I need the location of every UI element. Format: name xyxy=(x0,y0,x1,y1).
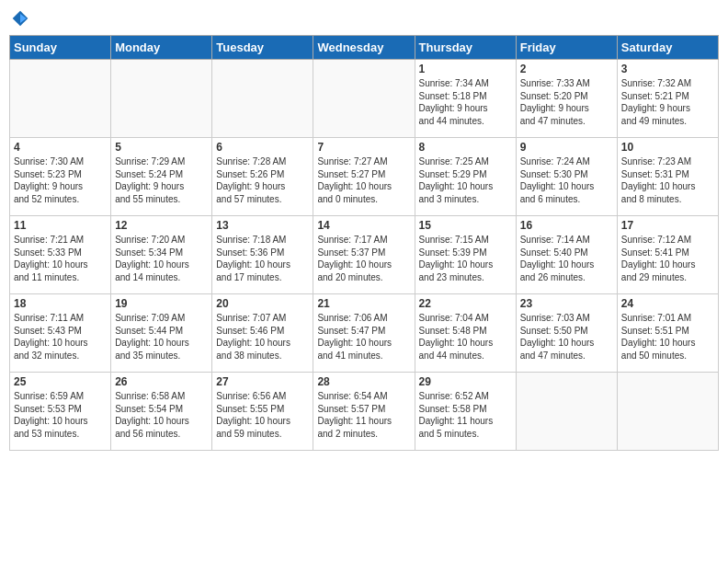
calendar-day-cell: 11Sunrise: 7:21 AM Sunset: 5:33 PM Dayli… xyxy=(10,216,111,294)
day-number: 6 xyxy=(216,141,309,154)
day-info: Sunrise: 7:21 AM Sunset: 5:33 PM Dayligh… xyxy=(14,234,107,283)
day-number: 28 xyxy=(317,375,410,388)
day-info: Sunrise: 7:15 AM Sunset: 5:39 PM Dayligh… xyxy=(419,234,512,283)
day-info: Sunrise: 6:52 AM Sunset: 5:58 PM Dayligh… xyxy=(419,390,512,440)
day-info: Sunrise: 7:18 AM Sunset: 5:36 PM Dayligh… xyxy=(216,234,309,283)
calendar-week-row: 1Sunrise: 7:34 AM Sunset: 5:18 PM Daylig… xyxy=(10,60,719,138)
day-info: Sunrise: 7:27 AM Sunset: 5:27 PM Dayligh… xyxy=(317,155,410,205)
calendar-day-cell: 20Sunrise: 7:07 AM Sunset: 5:46 PM Dayli… xyxy=(212,294,313,373)
calendar-day-cell: 18Sunrise: 7:11 AM Sunset: 5:43 PM Dayli… xyxy=(10,294,111,373)
calendar-day-cell xyxy=(617,373,718,451)
calendar-day-cell: 17Sunrise: 7:12 AM Sunset: 5:41 PM Dayli… xyxy=(617,216,718,294)
calendar-day-cell: 8Sunrise: 7:25 AM Sunset: 5:29 PM Daylig… xyxy=(415,138,516,216)
day-number: 15 xyxy=(419,219,512,232)
day-number: 27 xyxy=(216,375,309,388)
day-info: Sunrise: 7:32 AM Sunset: 5:21 PM Dayligh… xyxy=(621,77,714,127)
calendar-week-row: 11Sunrise: 7:21 AM Sunset: 5:33 PM Dayli… xyxy=(10,216,719,294)
calendar-day-cell: 15Sunrise: 7:15 AM Sunset: 5:39 PM Dayli… xyxy=(415,216,516,294)
calendar-day-cell: 7Sunrise: 7:27 AM Sunset: 5:27 PM Daylig… xyxy=(313,138,415,216)
weekday-header-saturday: Saturday xyxy=(617,36,718,60)
day-info: Sunrise: 7:11 AM Sunset: 5:43 PM Dayligh… xyxy=(14,312,107,362)
calendar-day-cell: 2Sunrise: 7:33 AM Sunset: 5:20 PM Daylig… xyxy=(516,60,617,138)
day-number: 18 xyxy=(14,297,107,310)
day-number: 22 xyxy=(419,297,512,310)
day-number: 7 xyxy=(317,141,410,154)
day-info: Sunrise: 6:56 AM Sunset: 5:55 PM Dayligh… xyxy=(216,390,309,440)
day-info: Sunrise: 7:33 AM Sunset: 5:20 PM Dayligh… xyxy=(520,77,613,127)
day-info: Sunrise: 7:07 AM Sunset: 5:46 PM Dayligh… xyxy=(216,312,309,362)
calendar-day-cell: 29Sunrise: 6:52 AM Sunset: 5:58 PM Dayli… xyxy=(415,373,516,451)
calendar-day-cell xyxy=(10,60,111,138)
calendar-day-cell: 1Sunrise: 7:34 AM Sunset: 5:18 PM Daylig… xyxy=(415,60,516,138)
weekday-header-sunday: Sunday xyxy=(10,36,111,60)
day-info: Sunrise: 6:58 AM Sunset: 5:54 PM Dayligh… xyxy=(115,390,208,440)
calendar-day-cell: 28Sunrise: 6:54 AM Sunset: 5:57 PM Dayli… xyxy=(313,373,415,451)
calendar-day-cell: 10Sunrise: 7:23 AM Sunset: 5:31 PM Dayli… xyxy=(617,138,718,216)
day-info: Sunrise: 7:01 AM Sunset: 5:51 PM Dayligh… xyxy=(621,312,714,362)
calendar-day-cell xyxy=(212,60,313,138)
logo xyxy=(9,9,29,28)
weekday-header-monday: Monday xyxy=(111,36,212,60)
day-info: Sunrise: 7:14 AM Sunset: 5:40 PM Dayligh… xyxy=(520,234,613,283)
day-number: 21 xyxy=(317,297,410,310)
calendar-week-row: 18Sunrise: 7:11 AM Sunset: 5:43 PM Dayli… xyxy=(10,294,719,373)
calendar-day-cell: 9Sunrise: 7:24 AM Sunset: 5:30 PM Daylig… xyxy=(516,138,617,216)
day-number: 5 xyxy=(115,141,208,154)
day-number: 12 xyxy=(115,219,208,232)
calendar-day-cell: 21Sunrise: 7:06 AM Sunset: 5:47 PM Dayli… xyxy=(313,294,415,373)
calendar-day-cell: 23Sunrise: 7:03 AM Sunset: 5:50 PM Dayli… xyxy=(516,294,617,373)
calendar-week-row: 4Sunrise: 7:30 AM Sunset: 5:23 PM Daylig… xyxy=(10,138,719,216)
weekday-header-friday: Friday xyxy=(516,36,617,60)
calendar-day-cell xyxy=(313,60,415,138)
day-number: 2 xyxy=(520,63,613,75)
day-info: Sunrise: 7:04 AM Sunset: 5:48 PM Dayligh… xyxy=(419,312,512,362)
day-number: 20 xyxy=(216,297,309,310)
calendar-day-cell: 5Sunrise: 7:29 AM Sunset: 5:24 PM Daylig… xyxy=(111,138,212,216)
day-number: 19 xyxy=(115,297,208,310)
day-info: Sunrise: 7:17 AM Sunset: 5:37 PM Dayligh… xyxy=(317,234,410,283)
weekday-header-tuesday: Tuesday xyxy=(212,36,313,60)
day-info: Sunrise: 7:09 AM Sunset: 5:44 PM Dayligh… xyxy=(115,312,208,362)
day-number: 10 xyxy=(621,141,714,154)
calendar-day-cell: 3Sunrise: 7:32 AM Sunset: 5:21 PM Daylig… xyxy=(617,60,718,138)
weekday-header-thursday: Thursday xyxy=(415,36,516,60)
day-info: Sunrise: 6:54 AM Sunset: 5:57 PM Dayligh… xyxy=(317,390,410,440)
calendar-day-cell: 4Sunrise: 7:30 AM Sunset: 5:23 PM Daylig… xyxy=(10,138,111,216)
weekday-header-wednesday: Wednesday xyxy=(313,36,415,60)
calendar-day-cell: 13Sunrise: 7:18 AM Sunset: 5:36 PM Dayli… xyxy=(212,216,313,294)
calendar-week-row: 25Sunrise: 6:59 AM Sunset: 5:53 PM Dayli… xyxy=(10,373,719,451)
day-number: 14 xyxy=(317,219,410,232)
day-info: Sunrise: 7:12 AM Sunset: 5:41 PM Dayligh… xyxy=(621,234,714,283)
day-number: 3 xyxy=(621,63,714,75)
day-info: Sunrise: 7:29 AM Sunset: 5:24 PM Dayligh… xyxy=(115,155,208,205)
day-info: Sunrise: 7:24 AM Sunset: 5:30 PM Dayligh… xyxy=(520,155,613,205)
day-info: Sunrise: 6:59 AM Sunset: 5:53 PM Dayligh… xyxy=(14,390,107,440)
logo-icon xyxy=(11,9,29,28)
calendar-day-cell: 24Sunrise: 7:01 AM Sunset: 5:51 PM Dayli… xyxy=(617,294,718,373)
calendar-day-cell xyxy=(516,373,617,451)
day-number: 8 xyxy=(419,141,512,154)
day-number: 23 xyxy=(520,297,613,310)
day-number: 11 xyxy=(14,219,107,232)
calendar-day-cell xyxy=(111,60,212,138)
day-number: 29 xyxy=(419,375,512,388)
page-header xyxy=(9,9,719,28)
calendar-day-cell: 16Sunrise: 7:14 AM Sunset: 5:40 PM Dayli… xyxy=(516,216,617,294)
day-info: Sunrise: 7:28 AM Sunset: 5:26 PM Dayligh… xyxy=(216,155,309,205)
calendar-day-cell: 26Sunrise: 6:58 AM Sunset: 5:54 PM Dayli… xyxy=(111,373,212,451)
day-number: 17 xyxy=(621,219,714,232)
calendar-table: SundayMondayTuesdayWednesdayThursdayFrid… xyxy=(9,35,719,451)
calendar-day-cell: 14Sunrise: 7:17 AM Sunset: 5:37 PM Dayli… xyxy=(313,216,415,294)
day-number: 1 xyxy=(419,63,512,75)
day-info: Sunrise: 7:06 AM Sunset: 5:47 PM Dayligh… xyxy=(317,312,410,362)
calendar-day-cell: 19Sunrise: 7:09 AM Sunset: 5:44 PM Dayli… xyxy=(111,294,212,373)
day-number: 25 xyxy=(14,375,107,388)
day-info: Sunrise: 7:03 AM Sunset: 5:50 PM Dayligh… xyxy=(520,312,613,362)
day-number: 24 xyxy=(621,297,714,310)
weekday-header-row: SundayMondayTuesdayWednesdayThursdayFrid… xyxy=(10,36,719,60)
day-info: Sunrise: 7:23 AM Sunset: 5:31 PM Dayligh… xyxy=(621,155,714,205)
day-number: 13 xyxy=(216,219,309,232)
day-number: 26 xyxy=(115,375,208,388)
calendar-day-cell: 22Sunrise: 7:04 AM Sunset: 5:48 PM Dayli… xyxy=(415,294,516,373)
day-info: Sunrise: 7:34 AM Sunset: 5:18 PM Dayligh… xyxy=(419,77,512,127)
